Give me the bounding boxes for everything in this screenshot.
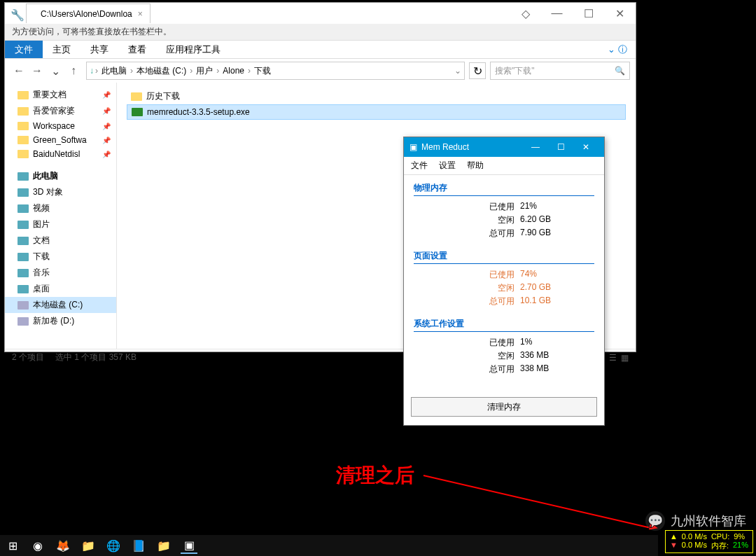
tab-share[interactable]: 共享 [80,41,118,58]
close-tab-icon[interactable]: × [138,9,143,19]
crumb[interactable]: 本地磁盘 (C:) [134,65,188,77]
drive-icon [18,301,29,310]
tab-title: C:\Users\Alone\Downloa [41,9,132,19]
view-details-icon[interactable]: ☰ [609,353,617,363]
minimize-button[interactable]: — [523,137,548,157]
sidebar-item[interactable]: 文档 [5,232,116,249]
picture-icon [18,221,29,229]
sidebar-item[interactable]: 重要文档📌 [5,87,116,103]
help-icon[interactable]: ⌄ ⓘ [599,41,636,58]
annotation-text: 清理之后 [336,462,414,489]
arrow-icon: ↓ [90,66,94,76]
wechat-icon: 💬 [645,511,665,531]
sidebar: 重要文档📌 吾爱管家婆📌 Workspace📌 Green_Softwa📌 Ba… [5,83,117,349]
chevron-down-icon[interactable]: ⌄ [454,66,461,76]
maximize-button[interactable]: ☐ [548,137,573,157]
folder-icon [18,136,29,144]
crumb[interactable]: 下载 [252,65,273,77]
sidebar-item-drive-d[interactable]: 新加卷 (D:) [5,313,116,329]
folder-icon [18,107,29,116]
tab-home[interactable]: 主页 [43,41,80,58]
sidebar-item[interactable]: 下载 [5,249,116,265]
group-title: 物理内存 [414,182,594,196]
up-button[interactable]: ↑ [65,62,82,79]
breadcrumb[interactable]: ↓ › 此电脑› 本地磁盘 (C:)› 用户› Alone› 下载 ⌄ [86,62,465,80]
group-title: 系统工作设置 [414,318,594,332]
tab-view[interactable]: 查看 [118,41,156,58]
folder-icon [18,150,29,158]
document-icon [18,237,29,245]
menu-help[interactable]: 帮助 [467,160,484,172]
taskbar-app[interactable]: 🦊 [55,537,71,554]
annotation-arrow-line [424,475,649,528]
tab-apptools[interactable]: 应用程序工具 [156,41,230,58]
group-physical: 物理内存 已使用21% 空闲6.20 GB 总可用7.90 GB [414,182,594,240]
browser-tab[interactable]: C:\Users\Alone\Downloa × [26,4,150,23]
sidebar-item[interactable]: 视频 [5,200,116,216]
pin-icon: 📌 [102,123,111,130]
view-large-icon[interactable]: ▦ [621,353,629,363]
bookmark-banner: 为方便访问，可将书签直接放在书签栏中。 [5,24,636,41]
back-button[interactable]: ← [10,62,27,79]
memreduct-titlebar[interactable]: ▣ Mem Reduct — ☐ ✕ [404,137,604,157]
menu-settings[interactable]: 设置 [439,160,456,172]
folder-icon [131,92,142,101]
ribbon-tabs: 文件 主页 共享 查看 应用程序工具 ⌄ ⓘ [5,41,636,59]
pc-icon [18,172,29,181]
crumb[interactable]: 此电脑 [99,65,129,77]
3d-icon [18,188,29,197]
tab-file[interactable]: 文件 [5,41,43,58]
pin-icon: 📌 [102,107,111,115]
sidebar-thispc[interactable]: 此电脑 [5,168,116,184]
download-icon [18,253,29,261]
search-placeholder: 搜索"下载" [495,65,535,77]
start-button[interactable]: ⊞ [4,537,21,554]
sidebar-item-drive-c[interactable]: 本地磁盘 (C:) [5,297,116,313]
exe-icon [132,108,143,116]
taskbar-app[interactable]: 📁 [155,537,172,554]
list-item-folder[interactable]: 历史下载 [127,88,626,104]
wrench-icon: 🔧 [10,8,24,22]
forward-button[interactable]: → [29,62,46,79]
sidebar-item[interactable]: 桌面 [5,281,116,297]
sidebar-item[interactable]: Workspace📌 [5,119,116,133]
search-input[interactable]: 搜索"下载" 🔍 [490,62,630,80]
app-icon: ▣ [410,142,417,152]
pin-icon: 📌 [102,91,111,99]
refresh-button[interactable]: ↻ [469,62,486,79]
taskbar-edge[interactable]: 🌐 [105,537,122,554]
drive-icon [18,317,29,326]
taskbar-word[interactable]: 📘 [130,537,147,554]
close-button[interactable]: ✕ [573,137,598,157]
dropdown-history[interactable]: ⌄ [47,62,64,79]
memreduct-menu: 文件 设置 帮助 [404,157,604,175]
close-button[interactable]: ✕ [604,4,636,23]
perf-overlay: ▲ 0.0 M/s CPU: 9% ▼ 0.0 M/s 内存: 21% [665,530,753,553]
group-title: 页面设置 [414,250,594,264]
taskbar-memreduct[interactable]: ▣ [181,537,197,554]
sidebar-item[interactable]: 图片 [5,216,116,232]
sidebar-item[interactable]: 音乐 [5,265,116,281]
folder-icon [18,91,29,99]
list-item-exe[interactable]: memreduct-3.3.5-setup.exe [127,104,626,120]
sidebar-item[interactable]: 3D 对象 [5,184,116,200]
group-syswork: 系统工作设置 已使用1% 空闲336 MB 总可用338 MB [414,318,594,376]
minimize-button[interactable]: — [541,4,573,23]
crumb[interactable]: 用户 [194,65,215,77]
group-pagefile: 页面设置 已使用74% 空闲2.70 GB 总可用10.1 GB [414,250,594,308]
selection-info: 选中 1 个项目 357 KB [55,352,136,363]
search-icon: 🔍 [615,66,625,76]
pin-icon: 📌 [102,151,111,158]
sidebar-item[interactable]: BaiduNetdisl📌 [5,147,116,161]
taskbar-app[interactable]: ◉ [29,537,46,554]
taskbar-explorer[interactable]: 📁 [80,537,97,554]
music-icon [18,269,29,277]
sidebar-item[interactable]: 吾爱管家婆📌 [5,103,116,119]
sidebar-item[interactable]: Green_Softwa📌 [5,133,116,147]
folder-icon [18,122,29,130]
menu-file[interactable]: 文件 [411,160,428,172]
crumb[interactable]: Alone [220,66,246,76]
clean-memory-button[interactable]: 清理内存 [411,397,597,417]
maximize-button[interactable]: ☐ [573,4,604,23]
user-icon[interactable]: ◇ [510,4,541,23]
